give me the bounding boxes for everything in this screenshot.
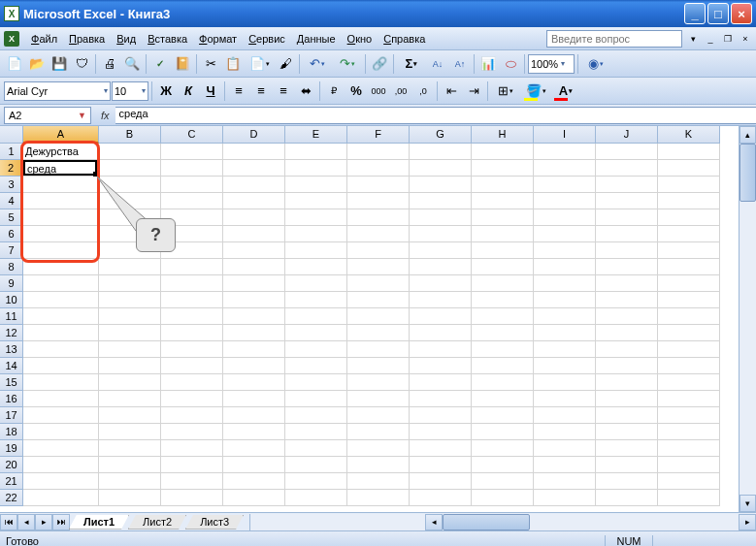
cell-B8[interactable]: [99, 259, 161, 275]
cell-E22[interactable]: [285, 490, 347, 506]
cell-D7[interactable]: [223, 242, 285, 259]
cell-A9[interactable]: [23, 275, 99, 292]
select-all-corner[interactable]: [0, 126, 23, 144]
cell-A11[interactable]: [23, 308, 99, 325]
print-preview-button[interactable]: 🔍: [121, 53, 143, 75]
cell-D5[interactable]: [223, 209, 285, 226]
sort-asc-button[interactable]: A↓: [427, 53, 448, 75]
cell-G5[interactable]: [410, 209, 472, 226]
row-header-8[interactable]: 8: [0, 259, 23, 275]
column-header-A[interactable]: A: [23, 126, 99, 144]
cell-H1[interactable]: [472, 144, 534, 160]
cell-J13[interactable]: [596, 341, 658, 358]
align-right-button[interactable]: ≡: [273, 80, 294, 102]
cell-J20[interactable]: [596, 457, 658, 473]
cell-K5[interactable]: [658, 209, 720, 226]
cell-G19[interactable]: [410, 440, 472, 457]
cell-A4[interactable]: [23, 193, 99, 209]
cell-C17[interactable]: [161, 407, 223, 424]
menu-вставка[interactable]: Вставка: [142, 31, 193, 47]
cell-I11[interactable]: [534, 308, 596, 325]
column-header-B[interactable]: B: [99, 126, 161, 144]
row-header-16[interactable]: 16: [0, 391, 23, 407]
cell-F15[interactable]: [347, 374, 410, 391]
decrease-indent-button[interactable]: ⇤: [441, 80, 462, 102]
open-button[interactable]: 📂: [26, 53, 48, 75]
cell-C10[interactable]: [161, 292, 223, 308]
row-header-18[interactable]: 18: [0, 424, 23, 440]
cell-I9[interactable]: [534, 275, 596, 292]
cell-C18[interactable]: [161, 424, 223, 440]
hyperlink-button[interactable]: 🔗: [369, 53, 390, 75]
spelling-button[interactable]: ✓: [149, 53, 171, 75]
cell-F1[interactable]: [347, 144, 410, 160]
align-left-button[interactable]: ≡: [228, 80, 249, 102]
chart-wizard-button[interactable]: 📊: [477, 53, 499, 75]
cell-A7[interactable]: [23, 242, 99, 259]
cell-H15[interactable]: [472, 374, 534, 391]
row-header-12[interactable]: 12: [0, 325, 23, 341]
cell-J17[interactable]: [596, 407, 658, 424]
cell-K2[interactable]: [658, 160, 720, 177]
cell-G10[interactable]: [410, 292, 472, 308]
decrease-decimal-button[interactable]: ,0: [412, 80, 434, 102]
cell-F6[interactable]: [347, 226, 410, 242]
permission-button[interactable]: 🛡: [71, 53, 92, 75]
row-header-2[interactable]: 2: [0, 160, 23, 177]
row-header-5[interactable]: 5: [0, 209, 23, 226]
cell-B16[interactable]: [99, 391, 161, 407]
row-header-21[interactable]: 21: [0, 473, 23, 490]
cell-G17[interactable]: [410, 407, 472, 424]
cell-K3[interactable]: [658, 177, 720, 193]
doc-minimize-button[interactable]: _: [704, 32, 717, 46]
active-cell[interactable]: среда: [23, 160, 97, 176]
cell-I6[interactable]: [534, 226, 596, 242]
row-header-15[interactable]: 15: [0, 374, 23, 391]
redo-button[interactable]: ↷▾: [333, 53, 362, 75]
cell-D11[interactable]: [223, 308, 285, 325]
cell-K14[interactable]: [658, 358, 720, 374]
cell-H7[interactable]: [472, 242, 534, 259]
cell-D15[interactable]: [223, 374, 285, 391]
tab-next-button[interactable]: ▸: [35, 514, 52, 530]
cell-F18[interactable]: [347, 424, 410, 440]
cell-H10[interactable]: [472, 292, 534, 308]
cell-B9[interactable]: [99, 275, 161, 292]
row-header-10[interactable]: 10: [0, 292, 23, 308]
menu-вид[interactable]: Вид: [111, 31, 142, 47]
cell-E3[interactable]: [285, 177, 347, 193]
scroll-down-button[interactable]: ▾: [740, 495, 756, 512]
cell-E8[interactable]: [285, 259, 347, 275]
fx-button[interactable]: fx: [101, 110, 110, 121]
cell-F11[interactable]: [347, 308, 410, 325]
tab-last-button[interactable]: ⏭: [52, 514, 70, 530]
cell-B1[interactable]: [99, 144, 161, 160]
cell-G7[interactable]: [410, 242, 472, 259]
paste-button[interactable]: 📄▾: [245, 53, 274, 75]
research-button[interactable]: 📔: [172, 53, 193, 75]
cell-I16[interactable]: [534, 391, 596, 407]
cell-B14[interactable]: [99, 358, 161, 374]
cell-H11[interactable]: [472, 308, 534, 325]
cell-I21[interactable]: [534, 473, 596, 490]
column-header-C[interactable]: C: [161, 126, 223, 144]
menu-сервис[interactable]: Сервис: [243, 31, 291, 47]
cell-F13[interactable]: [347, 341, 410, 358]
cell-C9[interactable]: [161, 275, 223, 292]
doc-restore-button[interactable]: ❐: [721, 32, 735, 46]
cell-G21[interactable]: [410, 473, 472, 490]
cell-I3[interactable]: [534, 177, 596, 193]
cell-F3[interactable]: [347, 177, 410, 193]
cell-H16[interactable]: [472, 391, 534, 407]
scroll-up-button[interactable]: ▴: [740, 126, 756, 144]
menu-данные[interactable]: Данные: [291, 31, 342, 47]
drawing-button[interactable]: ⬭: [500, 53, 521, 75]
column-header-F[interactable]: F: [347, 126, 410, 144]
cell-H18[interactable]: [472, 424, 534, 440]
cell-H8[interactable]: [472, 259, 534, 275]
cell-I14[interactable]: [534, 358, 596, 374]
cell-H3[interactable]: [472, 177, 534, 193]
cell-F4[interactable]: [347, 193, 410, 209]
cell-J19[interactable]: [596, 440, 658, 457]
name-box[interactable]: A2▼: [4, 107, 91, 124]
